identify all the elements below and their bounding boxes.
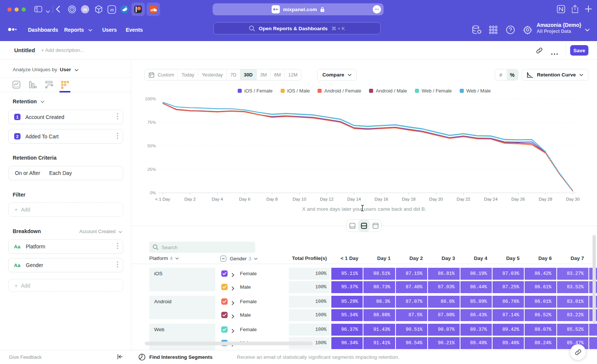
tab-flows[interactable] [45,81,53,89]
column-header-gender[interactable]: Gender3 [220,255,257,262]
legend-item[interactable]: Web / Female [415,88,452,94]
back-icon[interactable] [56,6,60,14]
legend-item[interactable]: iOS / Female [238,88,273,94]
copy-link-icon[interactable] [536,47,543,55]
address-bar[interactable]: mixpanel.com [213,3,384,15]
retention-value-cell[interactable]: 89.46% [493,337,524,349]
new-tab-icon[interactable] [585,5,592,14]
breakdown-platform[interactable]: AaPlatform [8,239,123,254]
retention-value-cell[interactable]: 87.5% [396,309,427,321]
percent-toggle[interactable]: % [507,69,518,80]
column-header-day[interactable]: Day 7 [571,255,584,261]
legend-item[interactable]: Android / Male [369,88,407,94]
row-checkbox[interactable] [221,326,228,333]
retention-value-cell[interactable]: 88.73% [363,281,395,293]
account-chevron-icon[interactable] [585,29,590,31]
layout-toggle-table-only[interactable] [370,220,381,232]
column-header-day[interactable]: Day 3 [442,255,455,261]
retention-criteria-card[interactable]: On or After Each Day [8,166,123,180]
column-header-platform[interactable]: Platform4 [149,255,179,261]
column-header-day[interactable]: Day 4 [474,255,487,261]
legend-item[interactable]: iOS / Male [281,88,310,94]
retention-value-cell[interactable]: 83.27% [557,268,588,280]
retention-value-cell[interactable]: 85.89% [460,296,492,308]
more-options-icon[interactable] [551,50,558,56]
date-range-today[interactable]: Today [178,69,198,80]
column-header-day[interactable]: Day 6 [538,255,552,261]
retention-value-cell[interactable]: 87.03% [428,281,459,293]
horizontal-scrollbar[interactable] [145,342,313,345]
sidebar-icon[interactable] [34,6,42,14]
date-range-30d[interactable]: 30D [240,69,256,80]
retention-value-cell[interactable]: 86.42% [525,268,556,280]
page-options-icon[interactable] [373,5,381,13]
criteria-on-or-after[interactable]: On or After [15,170,40,176]
retention-value-cell[interactable]: 88.51% [363,268,395,280]
js-icon[interactable]: JS [107,5,116,15]
expand-row-icon[interactable] [232,300,234,307]
count-toggle[interactable]: # [495,69,507,80]
retention-value-cell[interactable]: 90.21% [428,337,459,349]
retention-value-cell[interactable]: 88.07% [525,324,556,336]
expand-row-icon[interactable] [232,272,234,279]
retention-value-cell[interactable]: 86.01% [525,296,556,308]
close-window-button[interactable] [7,7,12,12]
retention-value-cell[interactable]: 91.43% [363,324,395,336]
retention-value-cell[interactable]: 87.25% [493,281,524,293]
cube-icon[interactable] [94,5,103,15]
breakdown-gender[interactable]: AaGender [8,258,123,272]
retention-value-cell[interactable]: 86.81% [428,268,459,280]
retention-step-1[interactable]: 1Account Created [8,110,123,124]
zoom-window-button[interactable] [22,7,26,12]
date-range-3m[interactable]: 3M [257,69,271,80]
globe-icon[interactable] [120,5,129,15]
retention-chart[interactable]: 0%25%50%75%100%< 1 DayDay 2Day 4Day 6Day… [131,95,597,207]
retention-value-cell[interactable]: 87.03% [493,268,524,280]
retention-value-cell[interactable]: 88.88% [363,309,395,321]
retention-value-cell[interactable]: 95.34% [331,309,363,321]
expand-row-icon[interactable] [232,313,234,320]
legend-item[interactable]: Android / Female [318,88,361,94]
notion-icon[interactable] [557,5,565,15]
date-range-7d[interactable]: 7D [227,69,240,80]
date-range-custom[interactable]: Custom [145,69,178,80]
retention-section-heading[interactable]: Retention [13,98,44,104]
retention-value-cell[interactable]: 87.08% [428,309,459,321]
more-options-icon[interactable] [117,261,118,269]
apps-grid-icon[interactable] [489,26,497,35]
retention-value-cell[interactable]: 86.6% [428,296,459,308]
retention-value-cell[interactable]: 83.01% [557,296,588,308]
retention-value-cell[interactable]: 86.61% [525,281,556,293]
add-breakdown-button[interactable]: + Add [8,279,123,292]
retention-value-cell[interactable]: 95.11% [331,268,363,280]
retention-value-cell[interactable]: 89.42% [493,324,524,336]
add-filter-button[interactable]: + Add [8,203,123,217]
table-search-input[interactable]: Search [149,242,255,253]
help-icon[interactable] [506,25,515,36]
minimize-window-button[interactable] [15,7,19,12]
retention-value-cell[interactable]: 86.43% [460,309,492,321]
retention-value-cell[interactable]: 95.37% [331,281,363,293]
legend-item[interactable]: Web / Male [460,88,491,94]
retention-step-2[interactable]: 2Added To Cart [8,129,123,144]
collapse-sidebar-icon[interactable] [117,354,123,361]
criteria-each-day[interactable]: Each Day [49,170,72,176]
column-header-day[interactable]: < 1 Day [341,255,359,261]
nav-item-reports[interactable]: Reports [64,26,92,34]
retention-value-cell[interactable]: 86.19% [460,268,492,280]
column-header-day[interactable]: Day 2 [409,255,423,261]
more-options-icon[interactable] [117,242,118,251]
nav-item-users[interactable]: Users [102,26,117,34]
mixpanel-logo[interactable] [8,26,18,34]
retention-value-cell[interactable]: 96.37% [331,324,363,336]
expand-row-icon[interactable] [232,328,234,335]
analyze-entity[interactable]: User [60,67,71,72]
more-options-icon[interactable] [117,132,118,141]
nav-item-events[interactable]: Events [126,26,143,34]
expand-row-icon[interactable] [232,285,234,292]
retention-value-cell[interactable]: 85.52% [557,324,588,336]
retention-value-cell[interactable]: 89.37% [460,324,492,336]
retention-value-cell[interactable]: 89.48% [460,337,492,349]
retention-value-cell[interactable]: 83.22% [557,309,588,321]
nav-item-dashboards[interactable]: Dashboards [28,26,58,34]
